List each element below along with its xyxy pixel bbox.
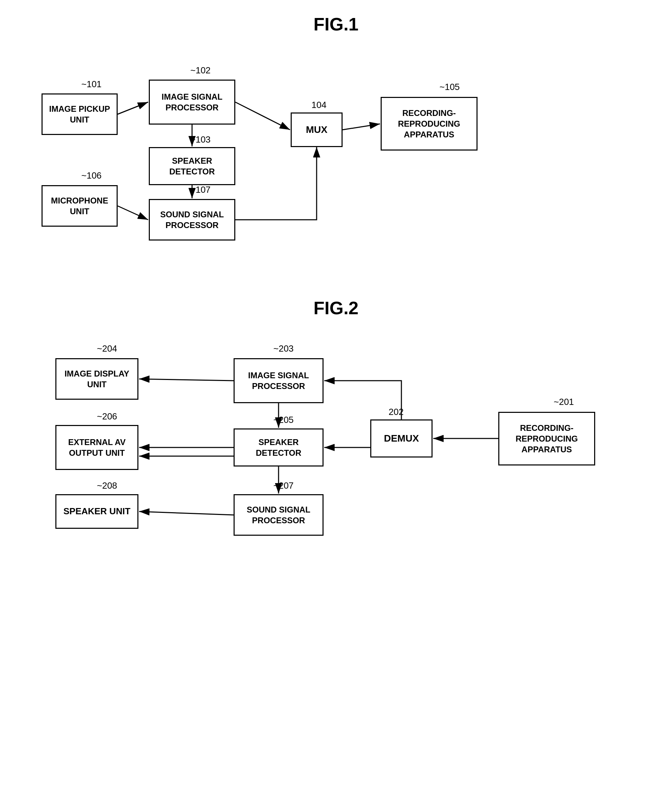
block-208: SPEAKER UNIT <box>55 494 139 529</box>
block-104: MUX <box>291 112 343 147</box>
label-204: ~204 <box>97 343 117 354</box>
block-205: SPEAKERDETECTOR <box>234 428 324 466</box>
fig2-title: FIG.2 <box>21 297 651 319</box>
block-101: IMAGE PICKUPUNIT <box>41 93 118 135</box>
block-107: SOUND SIGNALPROCESSOR <box>149 199 235 241</box>
block-206: EXTERNAL AVOUTPUT UNIT <box>55 425 139 470</box>
block-103: SPEAKERDETECTOR <box>149 147 235 185</box>
label-201: ~201 <box>554 396 574 407</box>
label-207: ~207 <box>273 481 294 491</box>
label-206: ~206 <box>97 411 117 422</box>
svg-line-5 <box>118 206 148 220</box>
fig2-diagram: RECORDING-REPRODUCINGAPPARATUS ~201 DEMU… <box>21 332 651 602</box>
label-104: 104 <box>311 100 326 111</box>
label-203: ~203 <box>273 343 294 354</box>
svg-line-9 <box>139 379 234 381</box>
label-102: ~102 <box>190 65 211 76</box>
label-208: ~208 <box>97 481 117 491</box>
label-105: ~105 <box>439 82 460 92</box>
block-207: SOUND SIGNALPROCESSOR <box>234 494 324 536</box>
block-106: MICROPHONEUNIT <box>41 185 118 227</box>
block-202: DEMUX <box>370 420 433 458</box>
svg-line-13 <box>139 512 234 515</box>
svg-line-1 <box>118 102 148 114</box>
fig1-diagram: IMAGE PICKUPUNIT ~101 IMAGE SIGNALPROCES… <box>21 48 651 263</box>
fig1-section: FIG.1 IMAGE PICKUPUNIT ~101 IMAGE SIGNAL… <box>21 14 651 263</box>
block-203: IMAGE SIGNALPROCESSOR <box>234 358 324 403</box>
label-205: ~205 <box>273 415 294 425</box>
label-106: ~106 <box>81 170 102 181</box>
label-101: ~101 <box>81 79 102 90</box>
fig1-title: FIG.1 <box>21 14 651 35</box>
svg-line-6 <box>343 124 380 130</box>
label-103: ~103 <box>190 134 211 145</box>
block-204: IMAGE DISPLAYUNIT <box>55 358 139 400</box>
label-202: 202 <box>389 406 403 417</box>
block-201: RECORDING-REPRODUCINGAPPARATUS <box>498 412 595 466</box>
svg-line-3 <box>235 102 290 130</box>
fig1-arrows <box>21 48 651 263</box>
block-102: IMAGE SIGNALPROCESSOR <box>149 79 235 125</box>
label-107: ~107 <box>190 185 211 195</box>
fig2-section: FIG.2 RECORDING-REPRODUCINGAPPARATUS ~20… <box>21 297 651 602</box>
block-105: RECORDING-REPRODUCINGAPPARATUS <box>381 97 477 150</box>
